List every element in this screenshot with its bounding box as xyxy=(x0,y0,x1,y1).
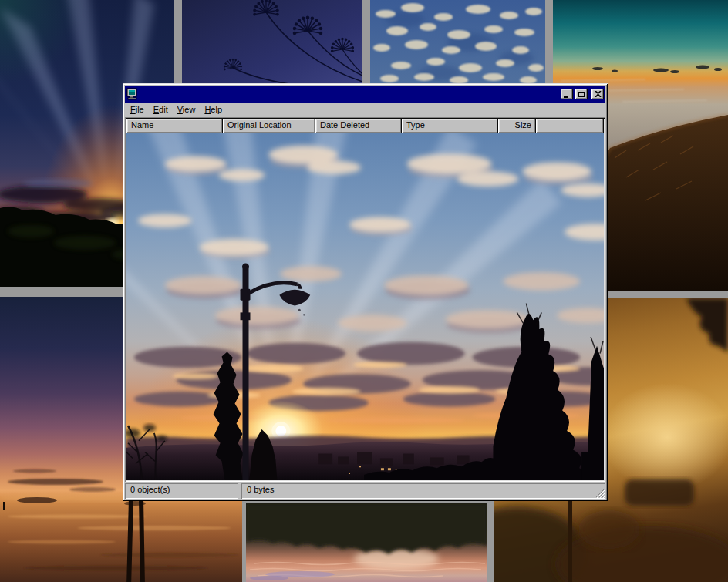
column-header-size[interactable]: Size xyxy=(498,119,536,133)
column-header-stub[interactable] xyxy=(536,119,604,133)
desktop-collage: File Edit View Help Name Original Locati… xyxy=(0,0,728,582)
close-button[interactable] xyxy=(592,89,604,99)
column-header-row: Name Original Location Date Deleted Type… xyxy=(126,119,604,133)
minimize-icon xyxy=(564,96,568,98)
status-size: 0 bytes xyxy=(241,483,605,499)
menu-bar: File Edit View Help xyxy=(125,103,605,116)
resize-grip-icon[interactable] xyxy=(595,488,605,498)
photo-water-reflection xyxy=(246,503,487,582)
explorer-window: File Edit View Help Name Original Locati… xyxy=(123,83,608,501)
maximize-button[interactable] xyxy=(575,89,588,99)
column-header-type[interactable]: Type xyxy=(402,119,498,133)
streetlamp-sunset-photo xyxy=(126,133,604,480)
photo-water-reflection-image xyxy=(246,503,487,582)
menu-file[interactable]: File xyxy=(126,104,149,115)
minimize-button[interactable] xyxy=(561,89,573,99)
status-object-count: 0 object(s) xyxy=(125,483,238,499)
column-header-date-deleted[interactable]: Date Deleted xyxy=(315,119,402,133)
list-frame: Name Original Location Date Deleted Type… xyxy=(125,117,605,482)
menu-help[interactable]: Help xyxy=(200,104,227,115)
column-header-name[interactable]: Name xyxy=(126,119,223,133)
computer-monitor-icon[interactable] xyxy=(126,88,139,100)
close-icon xyxy=(595,91,602,97)
menu-edit[interactable]: Edit xyxy=(149,104,173,115)
maximize-icon xyxy=(578,92,585,97)
menu-view[interactable]: View xyxy=(173,104,201,115)
column-header-original-location[interactable]: Original Location xyxy=(223,119,315,133)
status-bar: 0 object(s) 0 bytes xyxy=(125,482,605,499)
title-bar[interactable] xyxy=(125,86,605,103)
list-view[interactable] xyxy=(126,133,604,480)
